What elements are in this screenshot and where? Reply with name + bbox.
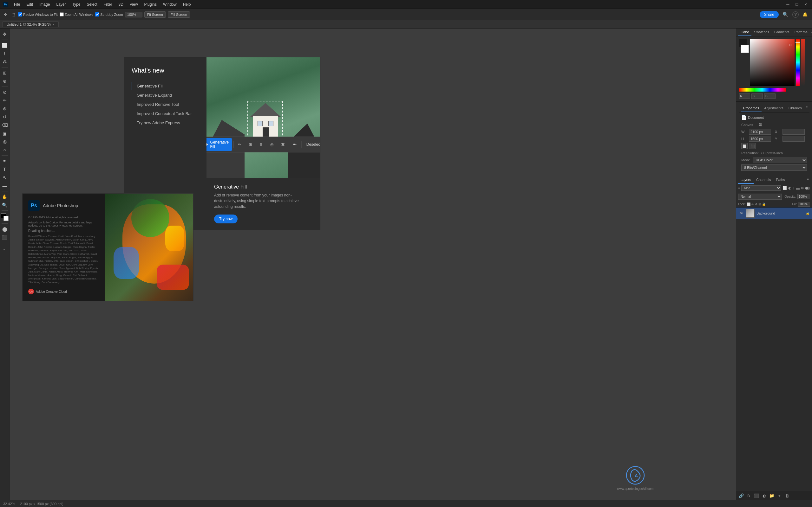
quick-mask[interactable]: ⬤ [1,225,9,233]
pen-tool[interactable]: ✒ [1,157,9,165]
move-tool[interactable]: ✥ [1,31,9,38]
adjustment-layer-icon[interactable]: ◐ [761,493,767,499]
intersect-button[interactable]: ⊞ [246,140,255,149]
filter-smart-icon[interactable]: ⊕ [801,186,804,190]
layer-link-icon[interactable]: 🔗 [738,493,745,499]
tab-gradients[interactable]: Gradients [772,29,792,36]
refine-edge-button[interactable]: ⌘ [278,140,288,149]
fill-screen-button[interactable]: Fill Screen [168,11,190,18]
tab-swatches[interactable]: Swatches [751,29,772,36]
history-brush[interactable]: ↺ [1,113,9,121]
screen-mode[interactable]: ⬛ [1,233,9,241]
properties-menu-icon[interactable]: ≡ [804,105,809,110]
type-tool[interactable]: T [1,165,9,173]
width-input[interactable] [749,129,771,135]
background-swatch[interactable] [741,45,749,53]
brush-tool[interactable]: ✏ [1,97,9,104]
lock-transparent-icon[interactable]: ⬜ [747,203,751,206]
window-maximize[interactable]: □ [793,2,801,7]
tab-layers[interactable]: Layers [738,176,754,184]
crop-tool[interactable]: ⊞ [1,69,9,77]
tab-properties[interactable]: Properties [741,105,762,112]
tab-close-icon[interactable]: × [53,23,55,26]
edit-selection-button[interactable]: ✏ [235,140,244,149]
whats-new-item-2[interactable]: Improved Remove Tool [132,100,199,109]
r-channel[interactable] [739,94,750,99]
scrubby-zoom-label[interactable]: Scrubby Zoom [95,12,123,16]
menu-layer[interactable]: Layer [54,2,68,7]
resize-windows-label[interactable]: Resize Windows to Fit [18,12,58,16]
layer-fx-icon[interactable]: fx [746,493,752,499]
more-options-button[interactable]: ••• [289,140,300,149]
new-layer-icon[interactable]: + [776,493,782,499]
generative-fill-button[interactable]: ✦ Generative Fill [206,138,232,151]
gradient-tool[interactable]: ▣ [1,130,9,137]
clone-tool[interactable]: ⊗ [1,105,9,112]
menu-help[interactable]: Help [181,2,194,7]
b-channel[interactable] [764,94,775,99]
y-input[interactable] [782,136,805,142]
zoom-all-label[interactable]: Zoom All Windows [60,12,93,16]
tab-adjustments[interactable]: Adjustments [762,105,786,112]
color-gradient-picker[interactable] [750,39,795,86]
fill-input[interactable] [798,202,810,207]
alpha-bar[interactable] [801,39,805,86]
portrait-icon[interactable]: ⬜ [741,143,748,149]
filter-adjustment-icon[interactable]: ◐ [788,186,792,190]
hue-slider[interactable] [739,88,786,92]
dodge-tool[interactable]: ○ [1,146,9,154]
try-now-button[interactable]: Try now [214,215,238,223]
opacity-input[interactable] [798,194,810,199]
tab-channels[interactable]: Channels [754,176,773,184]
menu-filter[interactable]: Filter [101,2,115,7]
mode-dropdown[interactable]: RGB Color [753,157,807,163]
layer-mask-icon[interactable]: ⬛ [753,493,760,499]
magic-wand-tool[interactable]: ⁂ [1,58,9,66]
eraser-tool[interactable]: ⌫ [1,121,9,129]
lock-image-icon[interactable]: ✏ [751,203,754,206]
blur-tool[interactable]: ◎ [1,138,9,146]
menu-file[interactable]: File [11,2,22,7]
group-layer-icon[interactable]: 📁 [768,493,775,499]
hue-bar[interactable] [796,39,800,86]
search-icon[interactable]: 🔍 [780,12,791,17]
window-close[interactable]: × [802,2,809,7]
x-input[interactable] [782,129,805,135]
menu-3d[interactable]: 3D [116,2,125,7]
menu-view[interactable]: View [127,2,141,7]
lock-all-icon[interactable]: 🔒 [762,203,766,206]
lasso-tool[interactable]: ⌇ [1,50,9,57]
link-proportions-icon[interactable]: ⛓ [758,123,762,127]
layers-menu-icon[interactable]: ≡ [806,176,810,181]
fit-screen-button[interactable]: Fit Screen [144,11,166,18]
filter-pixel-icon[interactable]: ⬜ [782,186,787,190]
filter-type-icon[interactable]: T [793,186,795,190]
eyedropper-tool[interactable]: ⊕ [1,77,9,85]
menu-plugins[interactable]: Plugins [142,2,159,7]
notification-icon[interactable]: 🔔 [801,12,809,17]
tab-color[interactable]: Color [738,29,751,36]
path-selection[interactable]: ↖ [1,174,9,181]
delete-layer-icon[interactable]: 🗑 [784,493,790,499]
landscape-icon[interactable]: ⬛ [750,143,756,149]
zoom-all-checkbox[interactable] [60,12,64,16]
filter-shape-icon[interactable]: ▬ [796,186,800,190]
whats-new-item-4[interactable]: Try new Adobe Express [132,118,199,127]
tab-paths[interactable]: Paths [774,176,788,184]
whats-new-item-1[interactable]: Generative Expand [132,91,199,100]
healing-tool[interactable]: ⊙ [1,89,9,96]
menu-edit[interactable]: Edit [24,2,36,7]
document-tab[interactable]: Untitled-1 @ 32.4% (RGB/8) × [3,21,59,27]
whats-new-item-0[interactable]: Generative Fill [132,82,199,90]
resize-windows-checkbox[interactable] [18,12,22,16]
window-minimize[interactable]: ─ [784,2,792,7]
menu-window[interactable]: Window [160,2,179,7]
learn-icon[interactable]: ? [792,11,799,18]
blend-mode-select[interactable]: Normal [738,193,782,200]
g-channel[interactable] [751,94,763,99]
lock-position-icon[interactable]: ✥ [755,203,757,206]
scrubby-zoom-checkbox[interactable] [95,12,99,16]
marquee-tool[interactable]: ⬜ [1,42,9,49]
deselect-button[interactable]: Deselect [303,140,320,149]
zoom-input[interactable] [125,12,142,17]
